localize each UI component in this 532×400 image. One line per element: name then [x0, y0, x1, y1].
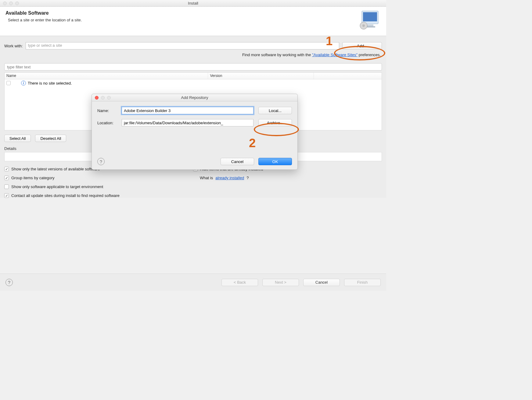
repository-location-input[interactable] [122, 119, 253, 126]
dialog-help-icon[interactable]: ? [97, 158, 105, 165]
option-target-environment[interactable]: Show only software applicable to target … [4, 184, 193, 189]
column-version[interactable]: Version [208, 73, 314, 79]
minimize-window-icon[interactable] [9, 2, 13, 5]
svg-point-5 [362, 24, 365, 27]
dialog-titlebar: Add Repository [92, 94, 297, 101]
dialog-close-icon[interactable] [95, 96, 99, 100]
wizard-footer: ? < Back Next > Cancel Finish [0, 274, 386, 291]
location-label: Location: [97, 121, 117, 125]
info-icon: i [21, 81, 26, 85]
deselect-all-button[interactable]: Deselect All [35, 135, 66, 142]
svg-rect-1 [363, 12, 377, 21]
wizard-header: Available Software Select a site or ente… [0, 7, 386, 36]
repository-name-input[interactable] [122, 107, 253, 114]
help-icon[interactable]: ? [5, 279, 13, 286]
close-window-icon[interactable] [3, 2, 7, 5]
work-with-combo[interactable]: type or select a site [26, 42, 339, 49]
name-label: Name: [97, 108, 117, 113]
add-repository-dialog: Add Repository Name: Local... Location: … [92, 94, 298, 170]
finish-button: Finish [344, 279, 381, 286]
options-grid: Show only the latest versions of availab… [4, 167, 382, 198]
dialog-cancel-button[interactable]: Cancel [221, 158, 254, 165]
dialog-minimize-icon [101, 96, 105, 100]
option-label: Group items by category [11, 176, 55, 180]
checkbox-icon[interactable] [4, 176, 9, 180]
dialog-footer: ? Cancel OK [97, 158, 292, 165]
findmore-suffix: preferences. [358, 53, 381, 57]
available-sites-link[interactable]: "Available Software Sites" [312, 53, 358, 57]
checkbox-icon[interactable] [4, 167, 9, 171]
window-titlebar: Install [0, 0, 386, 7]
page-title: Available Software [5, 10, 381, 16]
back-button: < Back [221, 279, 258, 286]
dialog-ok-button[interactable]: OK [258, 158, 292, 165]
checkbox-icon[interactable] [4, 184, 9, 189]
add-site-button[interactable]: Add... [342, 42, 382, 49]
table-row: i There is no site selected. [5, 79, 382, 87]
footer-buttons: < Back Next > Cancel Finish [221, 279, 381, 286]
work-with-label: Work with: [4, 44, 23, 48]
traffic-lights [0, 2, 19, 5]
install-wizard-icon [359, 9, 381, 31]
column-name[interactable]: Name [5, 73, 208, 79]
archive-button[interactable]: Archive... [258, 119, 292, 126]
zoom-window-icon[interactable] [15, 2, 19, 5]
window-title: Install [188, 1, 198, 5]
dialog-title: Add Repository [181, 95, 208, 100]
table-header: Name Version [5, 73, 382, 79]
local-button[interactable]: Local... [258, 107, 292, 114]
row-checkbox[interactable] [6, 81, 11, 85]
cancel-button[interactable]: Cancel [303, 279, 340, 286]
findmore-prefix: Find more software by working with the [242, 53, 312, 57]
column-rest [314, 73, 382, 79]
option-contact-sites[interactable]: Contact all update sites during install … [4, 193, 193, 198]
dialog-zoom-icon [107, 96, 111, 100]
work-with-row: Work with: type or select a site Add... [4, 42, 382, 49]
option-group-category[interactable]: Group items by category [4, 176, 193, 180]
page-subtitle: Select a site or enter the location of a… [8, 18, 381, 22]
whatis-prefix: What is [200, 176, 213, 180]
whatis-suffix: ? [246, 176, 249, 180]
find-more-text: Find more software by working with the "… [4, 53, 382, 57]
what-is-installed: What is already installed? [193, 176, 382, 180]
next-button: Next > [262, 279, 299, 286]
location-row: Location: Archive... [97, 119, 292, 126]
dialog-body: Name: Local... Location: Archive... [92, 101, 297, 137]
option-label: Show only software applicable to target … [11, 184, 103, 189]
svg-rect-2 [367, 24, 373, 26]
option-label: Show only the latest versions of availab… [11, 167, 100, 171]
dialog-traffic-lights [92, 96, 111, 100]
option-label: Contact all update sites during install … [11, 193, 120, 198]
select-all-button[interactable]: Select All [4, 135, 31, 142]
name-row: Name: Local... [97, 107, 292, 114]
already-installed-link[interactable]: already installed [215, 176, 244, 180]
empty-message: There is no site selected. [28, 81, 72, 85]
filter-input[interactable] [4, 63, 382, 71]
checkbox-icon[interactable] [4, 193, 9, 198]
